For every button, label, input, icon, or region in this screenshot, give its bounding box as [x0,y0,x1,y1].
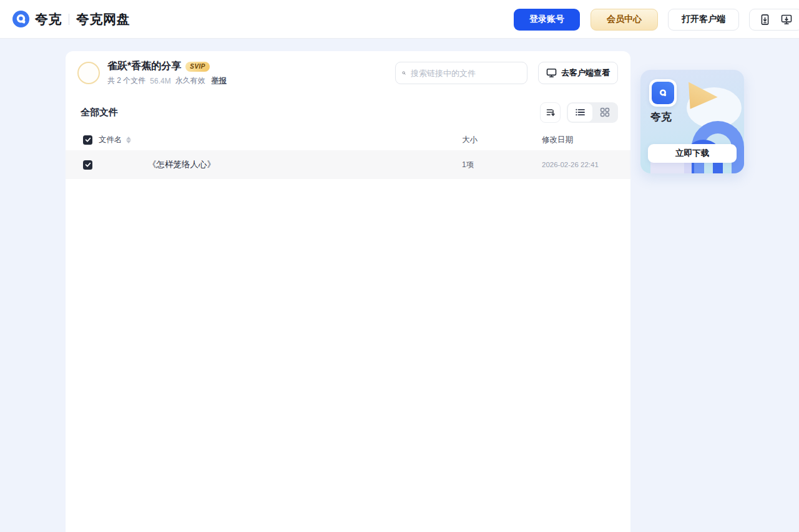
svip-badge: SVIP [185,62,210,72]
grid-view-button[interactable] [592,104,617,122]
brand[interactable]: 夸克 夸克网盘 [12,11,130,28]
file-name[interactable]: 《怎样笼络人心》 [148,159,215,170]
share-header: 雀跃*香蕉的分享 SVIP 共 2 个文件 56.4M 永久有效 举报 去客户端… [66,51,630,96]
search-input[interactable] [411,69,521,78]
search-box[interactable] [395,62,527,84]
view-in-client-button[interactable]: 去客户端查看 [538,62,618,84]
brand-product-name: 夸克网盘 [76,11,130,28]
download-apps-pill [749,9,799,31]
view-in-client-label: 去客户端查看 [561,67,610,79]
monitor-icon [546,68,557,78]
phone-download-icon[interactable] [760,14,770,25]
open-client-button[interactable]: 打开客户端 [668,9,739,31]
monitor-download-icon[interactable] [781,14,792,25]
share-validity: 永久有效 [175,75,205,86]
quark-app-icon [649,79,677,107]
check-icon [85,162,91,168]
sort-order-button[interactable] [540,102,561,123]
section-title: 全部文件 [81,107,118,118]
share-total-size: 56.4M [150,77,170,85]
download-now-button[interactable]: 立即下载 [648,144,737,163]
select-all-checkbox[interactable] [83,135,92,145]
brand-divider [69,14,69,25]
check-icon [85,137,91,143]
file-size: 1项 [462,160,542,170]
header-actions: 登录账号 会员中心 打开客户端 [514,0,799,39]
column-size-header[interactable]: 大小 [462,135,542,145]
share-content-card: 雀跃*香蕉的分享 SVIP 共 2 个文件 56.4M 永久有效 举报 去客户端… [66,51,630,532]
list-view-button[interactable] [568,104,592,122]
list-view-icon [575,107,586,117]
share-title: 雀跃*香蕉的分享 [107,60,181,73]
column-name-header[interactable]: 文件名 [99,135,122,145]
file-row[interactable]: 《怎样笼络人心》 1项 2026-02-26 22:41 [66,150,630,179]
promo-app-name: 夸克 [650,110,672,124]
file-modified-date: 2026-02-26 22:41 [542,161,615,168]
column-modified-header[interactable]: 修改日期 [542,135,615,145]
sort-order-icon [546,107,556,117]
quark-logo-icon [657,87,669,99]
membership-button[interactable]: 会员中心 [591,9,658,31]
brand-name: 夸克 [35,11,62,28]
app-download-promo-card[interactable]: 夸克 立即下载 [640,70,744,173]
share-file-count: 共 2 个文件 [107,75,145,86]
view-toggle [567,102,618,123]
search-icon [402,68,406,78]
login-button[interactable]: 登录账号 [514,9,580,31]
report-link[interactable]: 举报 [212,75,227,86]
grid-view-icon [600,107,610,117]
file-table-header: 文件名 大小 修改日期 [66,130,630,149]
top-header: 夸克 夸克网盘 登录账号 会员中心 打开客户端 [0,0,799,39]
sort-arrows-icon[interactable] [126,137,131,143]
file-section-header: 全部文件 [81,102,618,123]
sharer-avatar [77,62,100,84]
share-meta: 共 2 个文件 56.4M 永久有效 举报 [107,75,227,86]
row-checkbox[interactable] [83,160,92,170]
quark-logo-icon [12,11,29,27]
